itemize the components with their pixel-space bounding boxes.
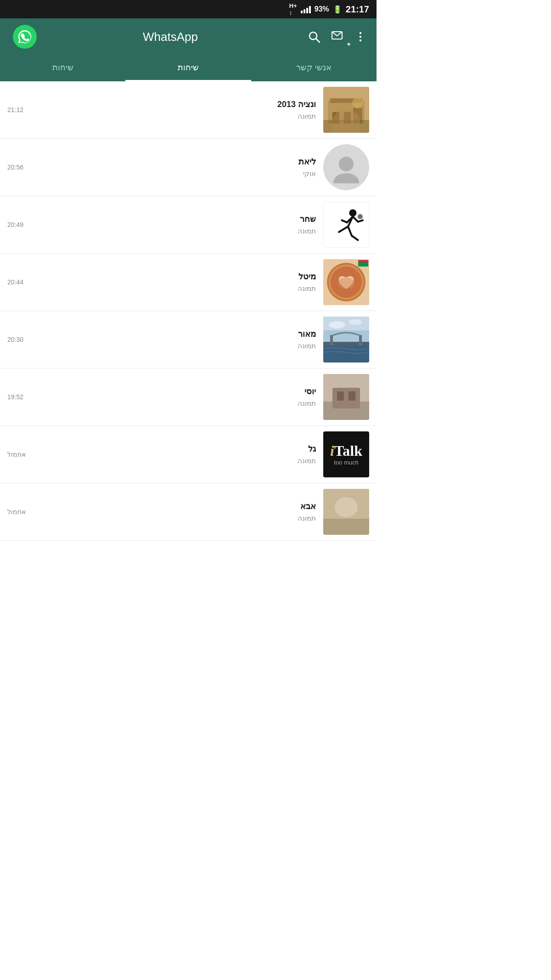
chat-last-msg: תמונה [27,284,316,293]
signal-bar-1 [301,11,303,13]
svg-rect-9 [332,112,339,124]
chat-time: 20:49 [7,221,23,228]
chat-info: ונציה 2013 תמונה [27,99,316,120]
chat-name: גל [29,444,316,454]
svg-rect-48 [349,391,355,401]
avatar [323,259,369,305]
chat-name: שחר [27,214,316,224]
tabs: אנשי קשר שיחות שיחות [0,55,377,81]
compose-button[interactable]: + [328,28,348,46]
svg-point-1 [360,36,361,38]
battery-percentage: 93% [315,5,329,13]
svg-rect-10 [344,112,351,124]
network-type: H+↕ [289,2,297,16]
chat-time: 20:30 [7,336,23,343]
chat-meta: 20:49 [7,221,23,228]
signal-bar-3 [306,8,308,13]
chat-info: גל תמונה [29,444,316,465]
svg-line-20 [352,236,358,240]
chat-info: מיטל תמונה [27,272,316,293]
chat-meta: אתמול [7,508,26,515]
menu-button[interactable] [352,28,369,45]
signal-bars [301,5,311,13]
svg-rect-33 [358,260,368,262]
chat-last-msg: אוקי [27,170,316,178]
svg-point-52 [335,497,358,517]
tab-chats[interactable]: שיחות [125,55,251,81]
tab-chats2[interactable]: שיחות [0,55,125,81]
chat-meta: 20:44 [7,278,23,286]
svg-rect-51 [323,519,369,535]
avatar [323,87,369,133]
battery-icon: 🔋 [333,5,342,14]
clock: 21:17 [346,4,369,15]
svg-point-37 [329,321,345,329]
svg-line-5 [316,39,320,42]
svg-rect-46 [332,388,360,408]
chat-item[interactable]: ונציה 2013 תמונה 21:12 [0,81,377,139]
chat-last-msg: תמונה [27,342,316,350]
svg-point-14 [339,157,354,171]
signal-bar-4 [309,6,311,13]
chat-name: יוסי [27,386,316,397]
chat-info: שחר תמונה [27,214,316,235]
svg-line-24 [342,220,347,222]
chat-item[interactable]: יוסי תמונה 19:52 [0,368,377,426]
avatar [323,317,369,363]
svg-rect-13 [323,120,369,133]
svg-rect-47 [337,391,344,401]
chat-meta: 20:56 [7,164,23,171]
chat-name: ליאת [27,157,316,167]
svg-rect-40 [330,335,333,346]
avatar [323,374,369,420]
avatar [323,202,369,248]
svg-point-25 [358,214,363,219]
chat-last-msg: תמונה [27,227,316,235]
app-title: WhatsApp [37,30,304,44]
chat-time: אתמול [7,451,26,458]
chat-info: ליאת אוקי [27,157,316,178]
chat-name: ונציה 2013 [27,99,316,109]
chat-name: מאור [27,329,316,339]
avatar [323,144,369,190]
chat-last-msg: תמונה [27,399,316,408]
chat-time: 21:12 [7,106,23,113]
tab-contacts[interactable]: אנשי קשר [251,55,377,81]
search-button[interactable] [304,27,324,47]
chat-item[interactable]: iTalk too much גל תמונה אתמול [0,426,377,483]
chat-name: אבא [29,501,316,511]
chat-info: יוסי תמונה [27,386,316,408]
svg-point-2 [360,40,361,41]
svg-line-21 [353,216,358,221]
toolbar: + WhatsApp [0,18,377,55]
chat-time: אתמול [7,508,26,515]
svg-point-16 [349,209,356,216]
svg-rect-41 [359,335,362,346]
svg-point-12 [352,97,363,108]
whatsapp-logo [13,25,37,49]
chat-name: מיטל [27,272,316,282]
chat-last-msg: תמונה [29,514,316,522]
chat-info: אבא תמונה [29,501,316,522]
chat-time: 20:44 [7,278,23,286]
chat-item[interactable]: מיטל תמונה 20:44 [0,254,377,311]
svg-line-19 [348,227,352,236]
status-bar: H+↕ 93% 🔋 21:17 [0,0,377,18]
svg-point-30 [338,278,354,289]
chat-list: ונציה 2013 תמונה 21:12 ליאת אוקי 20:56 [0,81,377,541]
chat-meta: 21:12 [7,106,23,113]
chat-meta: 19:52 [7,393,23,401]
avatar [323,489,369,535]
svg-point-38 [349,319,362,325]
chat-item[interactable]: ליאת אוקי 20:56 [0,139,377,196]
svg-line-18 [339,227,348,232]
chat-item[interactable]: אבא תמונה אתמול [0,483,377,541]
chat-item[interactable]: שחר תמונה 20:49 [0,196,377,254]
chat-time: 19:52 [7,393,23,401]
chat-meta: 20:30 [7,336,23,343]
svg-point-0 [360,32,361,34]
chat-time: 20:56 [7,164,23,171]
chat-last-msg: תמונה [29,457,316,465]
chat-item[interactable]: מאור תמונה 20:30 [0,311,377,368]
chat-info: מאור תמונה [27,329,316,350]
